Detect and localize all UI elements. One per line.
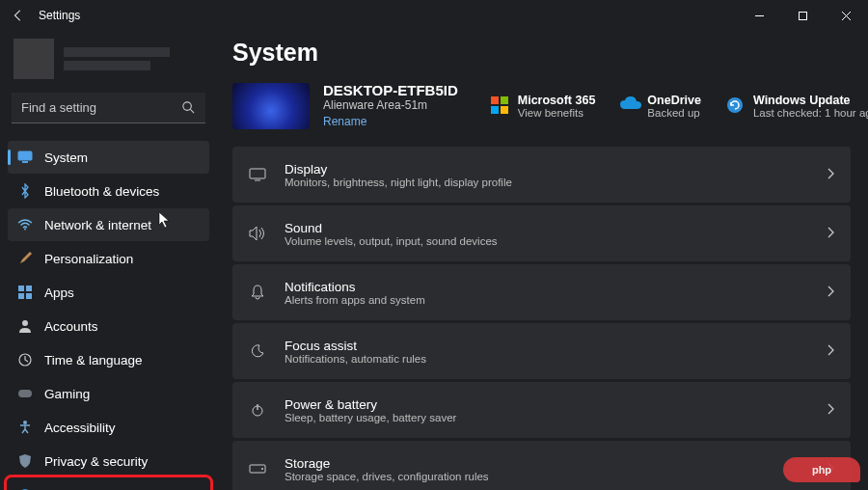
- sidebar-item-bluetooth[interactable]: Bluetooth & devices: [8, 175, 209, 207]
- sidebar-item-time-language[interactable]: Time & language: [8, 343, 209, 376]
- window-title: Settings: [39, 9, 80, 22]
- sidebar-item-label: Accounts: [44, 319, 98, 334]
- chevron-right-icon: [827, 342, 835, 360]
- status-title: Microsoft 365: [518, 94, 596, 107]
- sidebar-item-personalization[interactable]: Personalization: [8, 242, 209, 275]
- watermark-badge: php: [783, 457, 860, 482]
- sidebar-item-label: System: [44, 150, 88, 165]
- status-onedrive[interactable]: OneDrive Backed up: [620, 94, 701, 119]
- sidebar-item-windows-update[interactable]: Windows Update: [8, 478, 209, 490]
- card-title: Display: [285, 162, 827, 177]
- status-ms365[interactable]: Microsoft 365 View benefits: [491, 94, 596, 119]
- nav-list: System Bluetooth & devices Network & int…: [8, 141, 209, 490]
- device-model: Alienware Area-51m: [323, 98, 458, 112]
- status-sub: View benefits: [518, 107, 596, 119]
- close-button[interactable]: [825, 0, 868, 31]
- sidebar-item-label: Bluetooth & devices: [44, 184, 159, 199]
- power-icon: [248, 403, 267, 417]
- svg-rect-16: [491, 96, 499, 104]
- device-hero: DESKTOP-ETFB5ID Alienware Area-51m Renam…: [232, 82, 851, 129]
- card-focus-assist[interactable]: Focus assistNotifications, automatic rul…: [232, 323, 851, 379]
- update-status-icon: [726, 96, 746, 116]
- person-icon: [17, 318, 33, 334]
- chevron-right-icon: [827, 284, 835, 301]
- svg-rect-4: [18, 151, 32, 160]
- card-sound[interactable]: SoundVolume levels, output, input, sound…: [232, 205, 851, 261]
- status-sub: Last checked: 1 hour ago: [753, 107, 868, 119]
- content-area: System DESKTOP-ETFB5ID Alienware Area-51…: [217, 31, 868, 490]
- user-block[interactable]: [8, 35, 209, 89]
- card-notifications[interactable]: NotificationsAlerts from apps and system: [232, 264, 851, 320]
- svg-rect-10: [26, 293, 32, 299]
- svg-point-20: [727, 97, 743, 113]
- search-icon: [181, 100, 196, 119]
- card-sub: Monitors, brightness, night light, displ…: [285, 177, 827, 188]
- shield-icon: [17, 453, 33, 469]
- svg-point-6: [24, 229, 26, 231]
- status-windows-update[interactable]: Windows Update Last checked: 1 hour ago: [726, 94, 868, 119]
- sidebar-item-label: Gaming: [44, 387, 90, 401]
- sidebar-item-label: Privacy & security: [44, 454, 148, 469]
- card-sub: Sleep, battery usage, battery saver: [285, 412, 827, 423]
- search-input[interactable]: [12, 93, 205, 123]
- card-display[interactable]: DisplayMonitors, brightness, night light…: [232, 147, 851, 203]
- svg-rect-21: [250, 169, 265, 178]
- maximize-button[interactable]: [781, 0, 825, 31]
- status-sub: Backed up: [647, 107, 701, 119]
- system-icon: [17, 150, 33, 165]
- svg-rect-8: [26, 286, 32, 291]
- apps-icon: [17, 285, 33, 300]
- sidebar-item-label: Time & language: [44, 353, 143, 368]
- gaming-icon: [17, 386, 33, 401]
- sidebar-item-label: Network & internet: [44, 218, 151, 232]
- sidebar-item-label: Apps: [44, 286, 74, 300]
- svg-point-14: [23, 421, 27, 424]
- card-sub: Notifications, automatic rules: [285, 353, 827, 365]
- back-button[interactable]: [12, 9, 25, 22]
- card-title: Focus assist: [285, 339, 827, 353]
- svg-point-11: [22, 320, 28, 326]
- card-sub: Alerts from apps and system: [285, 294, 827, 306]
- sound-icon: [248, 226, 267, 241]
- card-power[interactable]: Power & batterySleep, battery usage, bat…: [232, 382, 851, 438]
- device-name: DESKTOP-ETFB5ID: [323, 82, 458, 98]
- wifi-icon: [17, 217, 33, 232]
- svg-rect-19: [501, 106, 508, 114]
- sidebar-item-privacy[interactable]: Privacy & security: [8, 445, 209, 477]
- chevron-right-icon: [827, 401, 835, 419]
- chevron-right-icon: [827, 225, 835, 242]
- sidebar-item-gaming[interactable]: Gaming: [8, 377, 209, 410]
- svg-rect-5: [22, 161, 28, 163]
- card-title: Notifications: [285, 280, 827, 294]
- avatar: [14, 39, 54, 79]
- user-name-placeholder: [64, 47, 170, 57]
- svg-point-26: [261, 468, 263, 470]
- sidebar-item-accessibility[interactable]: Accessibility: [8, 411, 209, 444]
- bluetooth-icon: [17, 183, 33, 199]
- display-icon: [248, 168, 267, 181]
- window-controls: [738, 0, 868, 31]
- accessibility-icon: [17, 420, 33, 435]
- rename-link[interactable]: Rename: [323, 115, 366, 128]
- sidebar-item-system[interactable]: System: [8, 141, 209, 174]
- card-title: Storage: [285, 456, 827, 471]
- ms365-icon: [491, 96, 510, 116]
- device-wallpaper-thumb: [232, 83, 310, 129]
- card-sub: Volume levels, output, input, sound devi…: [285, 235, 827, 247]
- svg-line-3: [190, 109, 194, 113]
- clock-icon: [17, 352, 33, 368]
- status-title: OneDrive: [647, 94, 701, 107]
- sidebar-item-accounts[interactable]: Accounts: [8, 310, 209, 342]
- card-storage[interactable]: StorageStorage space, drives, configurat…: [232, 441, 851, 490]
- svg-rect-7: [18, 286, 24, 291]
- svg-rect-1: [800, 12, 807, 19]
- sidebar-item-network[interactable]: Network & internet: [8, 208, 209, 241]
- minimize-button[interactable]: [738, 0, 781, 31]
- sidebar-item-label: Personalization: [44, 252, 133, 266]
- brush-icon: [17, 251, 33, 266]
- svg-rect-18: [491, 106, 499, 114]
- sidebar-item-apps[interactable]: Apps: [8, 276, 209, 309]
- card-title: Power & battery: [285, 397, 827, 412]
- chevron-right-icon: [827, 166, 835, 183]
- svg-point-2: [183, 102, 191, 110]
